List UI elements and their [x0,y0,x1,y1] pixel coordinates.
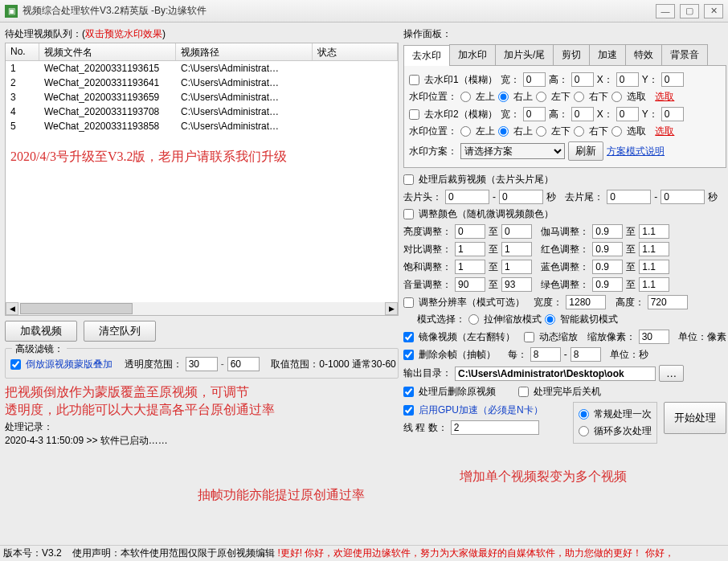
color-checkbox[interactable] [403,209,414,219]
head-input2[interactable] [499,190,543,204]
wm1-pos-br[interactable] [574,92,584,102]
tab-3[interactable]: 剪切 [553,44,590,65]
wm1-checkbox[interactable] [409,75,419,85]
sat-hi[interactable] [501,260,532,274]
dynzoom-checkbox[interactable] [524,332,534,342]
dropframe-checkbox[interactable] [403,350,414,360]
del-src-checkbox[interactable] [403,387,414,397]
tabs: 去水印加水印加片头/尾剪切加速特效背景音 [403,44,726,66]
clear-queue-button[interactable]: 清空队列 [84,321,156,342]
col-name[interactable]: 视频文件名 [39,43,176,60]
opacity-lo-input[interactable] [186,357,218,371]
table-row[interactable]: 5WeChat_20200331193858C:\Users\Administr… [6,119,398,133]
browse-button[interactable]: … [659,365,684,382]
h-scrollbar[interactable]: ◀ ▶ [6,302,398,315]
wm1-pos-bl[interactable] [536,92,546,102]
scheme-help-link[interactable]: 方案模式说明 [607,145,665,158]
start-button[interactable]: 开始处理 [664,402,726,434]
tab-2[interactable]: 加片头/尾 [495,44,554,65]
shutdown-checkbox[interactable] [518,387,529,397]
wm2-y-input[interactable] [661,107,684,121]
scroll-right-icon[interactable]: ▶ [385,302,398,315]
gamma-lo[interactable] [592,224,623,239]
col-no[interactable]: No. [6,43,39,60]
tab-1[interactable]: 加水印 [449,44,496,65]
vol-lo[interactable] [455,277,485,292]
process-once-radio[interactable] [579,409,589,420]
overlay-note-2: 透明度，此功能可以大大提高各平台原创通过率 [5,401,399,419]
blue-hi[interactable] [639,260,669,274]
wm2-checkbox[interactable] [409,109,419,120]
col-path[interactable]: 视频路径 [176,43,313,60]
wm2-pos-tr[interactable] [498,126,509,137]
wm2-w-input[interactable] [523,107,546,121]
bright-hi[interactable] [501,224,532,239]
tab-4[interactable]: 加速 [589,44,626,65]
res-checkbox[interactable] [403,297,414,308]
wm1-pos-tr[interactable] [498,92,509,102]
wm2-pos-tl[interactable] [460,126,471,137]
every-hi[interactable] [571,347,601,362]
wm1-pos-pick[interactable] [611,92,622,102]
zoom-input[interactable] [639,330,669,344]
mirror-checkbox[interactable] [403,332,414,342]
contrast-hi[interactable] [501,242,532,256]
contrast-lo[interactable] [455,242,485,256]
threads-input[interactable] [451,420,539,435]
tab-5[interactable]: 特效 [625,44,662,65]
title-bar: ▣ 视频综合处理软件V3.2精英版 -By:边缘软件 — ▢ ✕ [0,0,728,23]
minimize-button[interactable]: — [656,4,675,18]
wm2-pos-bl[interactable] [536,126,546,137]
wm2-h-input[interactable] [571,107,594,121]
blue-lo[interactable] [592,260,623,274]
upgrade-note: 2020/4/3号升级至V3.2版，老用户请联系我们升级 [6,133,398,166]
tab-6[interactable]: 背景音 [661,44,708,65]
red-hi[interactable] [639,242,669,256]
load-video-button[interactable]: 加载视频 [5,321,77,342]
scheme-select[interactable]: 请选择方案 [460,143,565,159]
width-input[interactable] [566,295,606,309]
gpu-checkbox[interactable] [403,405,414,416]
table-row[interactable]: 2WeChat_20200331193641C:\Users\Administr… [6,76,398,90]
tail-input2[interactable] [661,190,705,204]
wm1-pick-link[interactable]: 选取 [655,90,674,104]
output-dir-input[interactable] [455,366,656,381]
bright-lo[interactable] [455,224,485,239]
tab-0[interactable]: 去水印 [403,45,450,66]
wm2-pick-link[interactable]: 选取 [655,125,674,138]
green-hi[interactable] [639,277,669,292]
every-lo[interactable] [530,347,561,362]
wm1-h-input[interactable] [571,72,594,87]
head-input[interactable] [445,190,489,204]
close-button[interactable]: ✕ [704,4,723,18]
crop-checkbox[interactable] [403,174,414,185]
process-loop-radio[interactable] [579,426,589,436]
wm2-x-input[interactable] [616,107,639,121]
opacity-hi-input[interactable] [227,357,260,371]
vol-hi[interactable] [501,277,532,292]
wm1-x-input[interactable] [616,72,639,87]
sat-lo[interactable] [455,260,485,274]
tail-input[interactable] [607,190,651,204]
table-row[interactable]: 4WeChat_20200331193708C:\Users\Administr… [6,104,398,119]
scroll-left-icon[interactable]: ◀ [6,302,18,315]
red-lo[interactable] [592,242,623,256]
wm2-pos-br[interactable] [574,126,584,137]
wm1-pos-tl[interactable] [460,92,471,102]
wm2-pos-pick[interactable] [611,126,622,137]
gamma-hi[interactable] [639,224,669,239]
refresh-button[interactable]: 刷新 [568,141,603,161]
wm1-w-input[interactable] [523,72,546,87]
col-state[interactable]: 状态 [313,43,398,60]
scroll-thumb[interactable] [20,303,133,314]
overlay-checkbox[interactable] [10,359,21,370]
table-row[interactable]: 3WeChat_20200331193659C:\Users\Administr… [6,90,398,104]
table-row[interactable]: 1WeChat_20200331193615C:\Users\Administr… [6,61,398,76]
wm1-y-input[interactable] [661,72,684,87]
green-lo[interactable] [592,277,623,292]
frame-note: 抽帧功能亦能提过原创通过率 [198,486,365,504]
mode-stretch[interactable] [468,314,479,325]
maximize-button[interactable]: ▢ [680,4,699,18]
height-input[interactable] [648,295,688,309]
mode-smart[interactable] [545,314,555,325]
